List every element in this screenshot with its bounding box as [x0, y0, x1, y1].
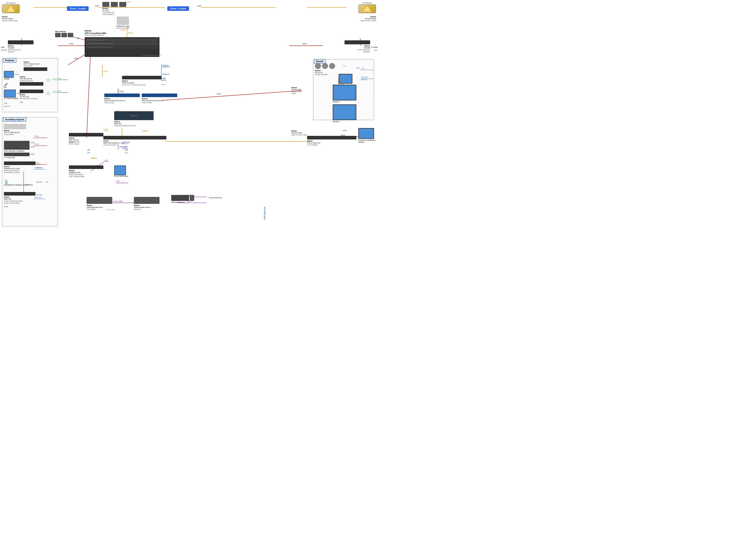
- tv-tuner-group: TV Tuner (x4): [4, 153, 29, 158]
- tv-tuner-hdmi: HDMI: [30, 153, 34, 155]
- tli-pro201-catx: CATxcable: [46, 92, 50, 95]
- tli-pro201-brand: Extron: [20, 94, 43, 96]
- usb-extender-r-device: Extron USB Extender Plus R Receiver: [134, 197, 159, 210]
- xpa-visual: [307, 136, 356, 139]
- smd202-visual: [4, 192, 35, 195]
- xtp-t-usw103-visual: [24, 67, 47, 71]
- presenter-monitor-group: Presenter Confidence Monitor: [358, 128, 378, 143]
- mediaport300-desc: HDMI and Audio to: [69, 173, 103, 175]
- hd-pro-p100-device: Extron HD Pro P/100 Optical HDMI Cable: [291, 130, 307, 136]
- projector-left-label: 4K Projector: [2, 2, 20, 4]
- lan-cloud-right: ☁ LAN: [124, 147, 128, 154]
- smd202-model: SMD 202: [4, 198, 35, 200]
- auxiliary-section-label: Auxiliary Inputs: [3, 117, 26, 122]
- svg-text:Audio: Audio: [197, 5, 201, 7]
- iss608-right-lan: LAN: [374, 49, 377, 51]
- svg-text:HDMI: HDMI: [216, 93, 221, 95]
- monitor2-label: Monitor 2: [333, 121, 356, 123]
- hd-pro-p25-desc: Optical HDMI: [291, 91, 302, 93]
- tv-tuner-visual: [4, 153, 29, 156]
- ipcp-visual: [122, 76, 161, 80]
- projector-left-visual: [2, 4, 20, 13]
- sf3clp-audio: Audio: [342, 65, 346, 67]
- smd202-hdmi: HDMI: [4, 206, 8, 208]
- iss608-left-eth: Ethernet: [1, 49, 7, 51]
- pc-usb-km: USBKeyboard/Mouse: [116, 180, 128, 184]
- audio-top-label: Audio: [126, 1, 131, 3]
- smp351-visual: SMP 351: [114, 111, 154, 120]
- projector-right-group: 4K Projector: [358, 2, 376, 13]
- sf3clp-lan: LAN: [356, 67, 359, 69]
- usb-extender-t-device: Extron USB Extender Plus T Transmitter: [87, 197, 112, 210]
- pc-softcodec-label: PC w/ Soft Codec: [114, 175, 128, 177]
- crosspoint-label: Extron: [85, 29, 163, 32]
- mic-label: Mic: [4, 87, 8, 89]
- tv-tuner-label: TV Tuner (x4): [4, 157, 29, 158]
- iss608-right-device: Extron ISS 608 4K/60 Seamless Switcher: [344, 40, 370, 53]
- dmp128-visual: [103, 136, 166, 139]
- tli-pro201-desc: 4K TouchLink Interface: [20, 98, 43, 100]
- sharelink-hdmi: HDMI: [36, 163, 40, 165]
- dsc-4kplus-hdmi: HDMI: [69, 141, 73, 143]
- crosspoint-desc: Modular Matrix Switcher: [85, 34, 163, 36]
- mediaport300-model: MediaPort 300: [69, 171, 103, 173]
- dmp128-device: Extron DMP 128 FlexPlus C V AT Audio Pro…: [103, 136, 166, 146]
- dmp128-brand: Extron: [103, 140, 166, 142]
- xpa-model: XPA U 1004-70V: [307, 142, 356, 144]
- svg-text:Ethernet: Ethernet: [162, 73, 169, 75]
- sdi-cameras-group: SDi Cameras: [55, 30, 73, 37]
- podium-eth: Ethernet: [4, 105, 10, 107]
- crosspoint-eth-label: Ethernet: [164, 66, 170, 68]
- xtp-uwp202-model: XTP T UWP 202 4K: [4, 132, 26, 134]
- wifi-icon: 📡: [4, 179, 33, 184]
- svg-text:CATx Cable: CATx Cable: [113, 200, 123, 202]
- iss608-left-visual: [8, 40, 33, 44]
- rack-comp-hdmi1: HDMI: [30, 142, 34, 144]
- monitor1-group: Monitor 1: [333, 85, 356, 103]
- mic-icon: 🎤: [4, 83, 8, 87]
- iss608-right-visual: [344, 40, 370, 44]
- dsc-4kplus-device: Extron DSC HD-HD 4K PLUS A xi 4K/60 Scal…: [69, 133, 103, 145]
- crosspoint-visual: 1 2 3 4 5 6 7 8 9 10 11 12 13 14 15 16 1…: [85, 37, 159, 57]
- dsc-left-brand: Extron: [104, 98, 140, 100]
- xtp-t-usw103-brand: Extron: [24, 61, 47, 63]
- usb-extender-t-visual: [87, 197, 112, 204]
- hd-pro-p200-left: Extron HD Pro P/200 Optical HDMI Cable: [2, 16, 18, 22]
- svg-text:Audio: Audio: [95, 5, 99, 7]
- tlp-pro1725tg-visual: [339, 74, 352, 84]
- ipcp-device: Extron IPCP Pro 550xi IPCP Pro xi Contro…: [122, 76, 161, 86]
- sharelink-eth: Ethernet: [36, 167, 42, 168]
- ff120t-model: FF 120T: [102, 9, 126, 11]
- crosspoint-model: XTP II CrossPoint 3200: [85, 32, 163, 34]
- dsc-left-device: Extron DSC HD-HD 4K PLUS A xi 4K/60 Scal…: [104, 94, 140, 104]
- touch-display-visual: [4, 90, 16, 98]
- dante-label-dmp: dDante: [91, 157, 97, 159]
- lan-cloud-left: ☁ LAN: [86, 147, 91, 154]
- projector-left-group: 4K Projector: [2, 2, 20, 13]
- usb-extender-r-desc: Receiver: [134, 209, 159, 210]
- sf3clp-desc: Ceiling Speakers: [315, 74, 335, 76]
- dsc-4kplus-model: DSC HD-HD: [69, 139, 103, 141]
- zone2-audio-label: Zone 2 Audio: [167, 6, 189, 11]
- usb-extender-r-visual: [134, 197, 159, 204]
- smp351-brand: Extron: [114, 121, 154, 123]
- sharelink-desc2: Presentation System: [4, 171, 35, 173]
- dsc-right-device: Extron DSC HD-HD 4K PLUS A xi 4K/60 Scal…: [142, 94, 177, 104]
- dsc-left-model: DSC HD-HD 4K PLUS A xi: [104, 100, 140, 102]
- mediaport300-device: Extron MediaPort 300 HDMI and Audio to U…: [69, 165, 103, 177]
- hd-pro-p200-left-model: HD Pro P/200: [2, 18, 18, 20]
- tli-pro201-model: TLI Pro 201: [20, 96, 43, 98]
- touch-display-group: 22" Touch Display: [4, 90, 18, 100]
- ff120t-desc: Full-Range Flat: [102, 11, 126, 13]
- ff120t-device: Extron FF 120T Full-Range Flat Field Spe…: [102, 2, 126, 15]
- svg-text:HDMI: HDMI: [74, 57, 79, 59]
- hd-pro-p25-desc2: Cable: [291, 93, 302, 95]
- tlp-eth: Ethernet: [361, 79, 367, 81]
- tli-usb-label: USB: [20, 102, 23, 103]
- tli-pro201-device: Extron TLI Pro 201 4K TouchLink Interfac…: [20, 90, 43, 100]
- ceiling-mic-desc: (8 mic channels): [116, 27, 130, 29]
- svg-text:Audio: Audio: [103, 70, 108, 72]
- projector-right-label: 4K Projector: [358, 2, 376, 4]
- wireless-ap-label: Facility/Room Wireless Access Point: [4, 184, 33, 186]
- sharelink-visual: [4, 161, 35, 165]
